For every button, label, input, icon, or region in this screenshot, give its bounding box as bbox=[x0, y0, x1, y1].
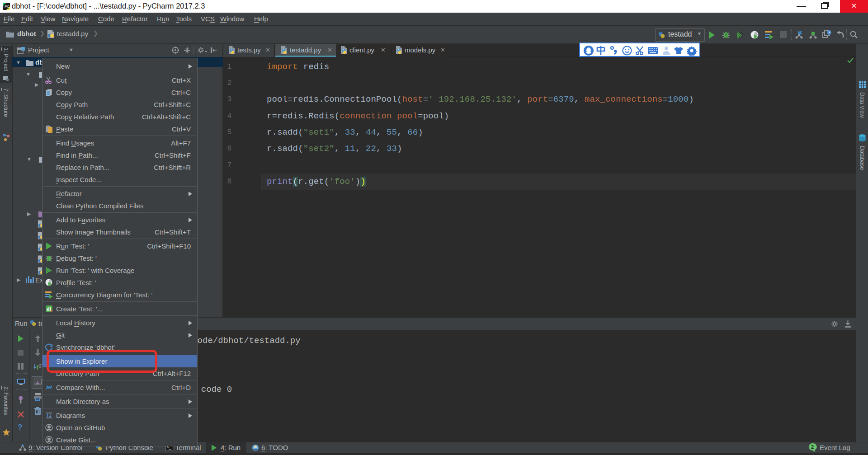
svg-text:di: di bbox=[47, 306, 51, 312]
svg-text:2: 2 bbox=[811, 444, 814, 450]
svg-text:PC: PC bbox=[5, 5, 9, 9]
